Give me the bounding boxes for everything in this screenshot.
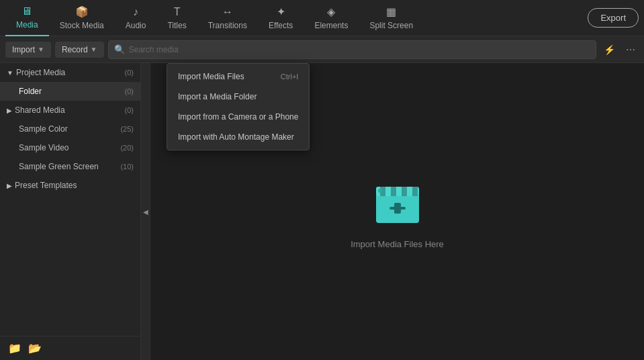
import-button[interactable]: Import ▼ <box>5 42 51 58</box>
record-chevron-icon: ▼ <box>91 46 97 53</box>
sidebar-item-preset-templates[interactable]: ▶ Preset Templates <box>0 176 140 195</box>
nav-item-stock-media[interactable]: 📦 Stock Media <box>49 0 115 36</box>
sample-video-count: (20) <box>120 144 134 152</box>
export-button[interactable]: Export <box>588 8 639 28</box>
sample-green-screen-label: Sample Green Screen <box>19 162 120 171</box>
split-screen-icon: ▦ <box>386 5 396 18</box>
collapse-panel[interactable]: ◀ <box>141 63 150 360</box>
sidebar-item-project-media[interactable]: ▼ Project Media (0) <box>0 63 140 82</box>
project-media-label: Project Media <box>16 68 125 77</box>
record-button[interactable]: Record ▼ <box>55 42 104 58</box>
main-layout: ▼ Project Media (0) Folder (0) ▶ Shared … <box>0 63 644 360</box>
import-files-label: Import Media Files <box>178 72 244 81</box>
collapse-icon-shared-media: ▶ <box>7 107 12 114</box>
search-input[interactable] <box>129 45 590 54</box>
record-label: Record <box>62 45 88 54</box>
preset-templates-label: Preset Templates <box>15 181 134 190</box>
nav-item-effects[interactable]: ✦ Effects <box>258 0 304 36</box>
folder-label: Folder <box>19 87 125 96</box>
sidebar-item-sample-color[interactable]: Sample Color (25) <box>0 120 140 138</box>
collapse-icon-project-media: ▼ <box>7 69 13 77</box>
shared-media-label: Shared Media <box>15 105 125 115</box>
import-montage-label: Import with Auto Montage Maker <box>178 132 294 142</box>
effects-icon: ✦ <box>277 5 285 18</box>
drop-text: Import Media Files Here <box>351 239 444 249</box>
nav-label-stock-media: Stock Media <box>60 21 104 30</box>
shared-media-count: (0) <box>125 106 134 114</box>
import-label: Import <box>12 45 35 54</box>
toolbar: Import ▼ Record ▼ 🔍 ⚡ ⋯ <box>0 36 644 63</box>
nav-item-elements[interactable]: ◈ Elements <box>304 0 359 36</box>
nav-label-elements: Elements <box>314 21 348 30</box>
svg-point-8 <box>378 189 382 193</box>
sample-green-screen-count: (10) <box>120 163 134 171</box>
folder-count: (0) <box>125 87 134 95</box>
transitions-icon: ↔ <box>222 6 233 18</box>
import-files-shortcut: Ctrl+I <box>281 73 299 81</box>
import-camera-label: Import from a Camera or a Phone <box>178 112 298 122</box>
nav-label-titles: Titles <box>167 21 186 30</box>
collapse-arrow-icon: ◀ <box>143 208 148 216</box>
svg-rect-2 <box>389 207 406 210</box>
sample-color-label: Sample Color <box>19 124 120 134</box>
clapper-icon <box>371 175 424 228</box>
new-folder-button[interactable]: 📁 <box>8 342 21 355</box>
titles-icon: T <box>174 6 181 18</box>
top-nav: 🖥 Media 📦 Stock Media ♪ Audio T Titles ↔… <box>0 0 644 36</box>
nav-label-audio: Audio <box>126 21 146 30</box>
import-dropdown: Import Media Files Ctrl+I Import a Media… <box>167 63 310 150</box>
drop-zone: Import Media Files Here <box>351 175 444 249</box>
nav-item-split-screen[interactable]: ▦ Split Screen <box>359 0 424 36</box>
sidebar-item-folder[interactable]: Folder (0) <box>0 82 140 101</box>
svg-rect-6 <box>402 187 407 196</box>
import-files-item[interactable]: Import Media Files Ctrl+I <box>167 66 309 87</box>
nav-item-titles[interactable]: T Titles <box>156 0 197 36</box>
search-icon: 🔍 <box>114 44 125 54</box>
sidebar-item-shared-media[interactable]: ▶ Shared Media (0) <box>0 101 140 120</box>
svg-rect-5 <box>391 187 396 196</box>
sidebar: ▼ Project Media (0) Folder (0) ▶ Shared … <box>0 63 141 360</box>
nav-item-audio[interactable]: ♪ Audio <box>115 0 157 36</box>
import-folder-item[interactable]: Import a Media Folder <box>167 87 309 107</box>
collapse-icon-preset-templates: ▶ <box>7 182 12 189</box>
nav-label-split-screen: Split Screen <box>369 21 413 30</box>
media-icon: 🖥 <box>21 5 32 17</box>
sample-video-label: Sample Video <box>19 143 120 152</box>
svg-rect-7 <box>412 187 418 196</box>
sample-color-count: (25) <box>120 125 134 133</box>
stock-media-icon: 📦 <box>75 5 89 18</box>
sidebar-item-sample-green-screen[interactable]: Sample Green Screen (10) <box>0 157 140 176</box>
search-box: 🔍 <box>108 40 596 59</box>
audio-icon: ♪ <box>133 6 138 18</box>
sidebar-footer: 📁 📂 <box>0 336 140 360</box>
grid-icon[interactable]: ⋯ <box>623 42 639 57</box>
import-montage-item[interactable]: Import with Auto Montage Maker <box>167 127 309 147</box>
filter-icon[interactable]: ⚡ <box>600 42 618 57</box>
nav-label-transitions: Transitions <box>208 21 247 30</box>
nav-item-transitions[interactable]: ↔ Transitions <box>197 0 258 36</box>
elements-icon: ◈ <box>327 5 335 18</box>
nav-label-effects: Effects <box>269 21 293 30</box>
project-media-count: (0) <box>125 69 134 77</box>
import-folder-label: Import a Media Folder <box>178 92 257 101</box>
sidebar-item-sample-video[interactable]: Sample Video (20) <box>0 138 140 157</box>
import-chevron-icon: ▼ <box>38 46 44 53</box>
import-camera-item[interactable]: Import from a Camera or a Phone <box>167 107 309 127</box>
add-folder-button[interactable]: 📂 <box>28 342 42 355</box>
nav-label-media: Media <box>16 20 38 30</box>
nav-item-media[interactable]: 🖥 Media <box>5 0 49 36</box>
